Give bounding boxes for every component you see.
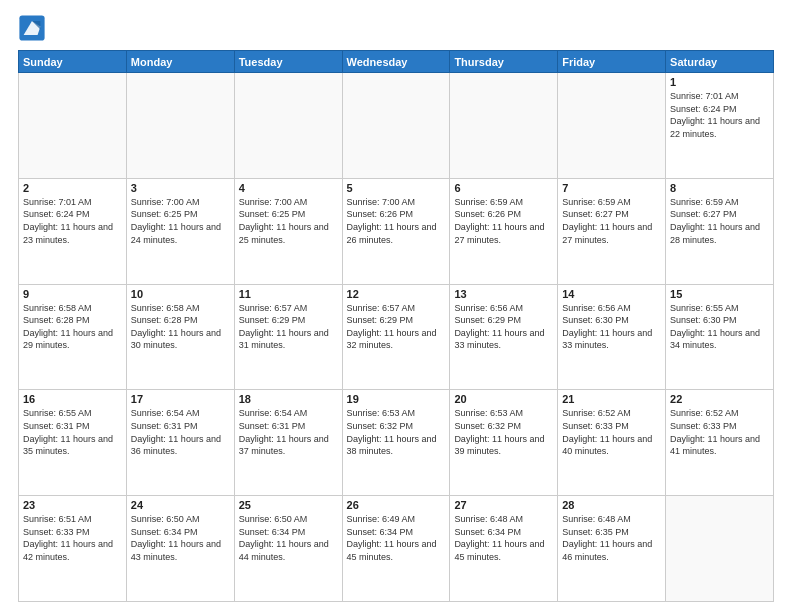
calendar-cell: 18Sunrise: 6:54 AM Sunset: 6:31 PM Dayli… bbox=[234, 390, 342, 496]
day-info: Sunrise: 6:51 AM Sunset: 6:33 PM Dayligh… bbox=[23, 513, 122, 563]
calendar-cell: 9Sunrise: 6:58 AM Sunset: 6:28 PM Daylig… bbox=[19, 284, 127, 390]
calendar-cell bbox=[342, 73, 450, 179]
day-info: Sunrise: 6:57 AM Sunset: 6:29 PM Dayligh… bbox=[347, 302, 446, 352]
calendar-cell bbox=[450, 73, 558, 179]
calendar-cell: 4Sunrise: 7:00 AM Sunset: 6:25 PM Daylig… bbox=[234, 178, 342, 284]
day-info: Sunrise: 6:58 AM Sunset: 6:28 PM Dayligh… bbox=[131, 302, 230, 352]
day-info: Sunrise: 6:55 AM Sunset: 6:30 PM Dayligh… bbox=[670, 302, 769, 352]
calendar-cell: 23Sunrise: 6:51 AM Sunset: 6:33 PM Dayli… bbox=[19, 496, 127, 602]
calendar-cell: 27Sunrise: 6:48 AM Sunset: 6:34 PM Dayli… bbox=[450, 496, 558, 602]
day-info: Sunrise: 6:55 AM Sunset: 6:31 PM Dayligh… bbox=[23, 407, 122, 457]
day-header-friday: Friday bbox=[558, 51, 666, 73]
calendar-table: SundayMondayTuesdayWednesdayThursdayFrid… bbox=[18, 50, 774, 602]
calendar-cell: 24Sunrise: 6:50 AM Sunset: 6:34 PM Dayli… bbox=[126, 496, 234, 602]
day-number: 11 bbox=[239, 288, 338, 300]
calendar-cell: 3Sunrise: 7:00 AM Sunset: 6:25 PM Daylig… bbox=[126, 178, 234, 284]
day-number: 6 bbox=[454, 182, 553, 194]
day-info: Sunrise: 6:52 AM Sunset: 6:33 PM Dayligh… bbox=[562, 407, 661, 457]
day-number: 15 bbox=[670, 288, 769, 300]
day-number: 19 bbox=[347, 393, 446, 405]
day-info: Sunrise: 6:56 AM Sunset: 6:29 PM Dayligh… bbox=[454, 302, 553, 352]
calendar-cell: 2Sunrise: 7:01 AM Sunset: 6:24 PM Daylig… bbox=[19, 178, 127, 284]
calendar-cell: 16Sunrise: 6:55 AM Sunset: 6:31 PM Dayli… bbox=[19, 390, 127, 496]
calendar-cell: 17Sunrise: 6:54 AM Sunset: 6:31 PM Dayli… bbox=[126, 390, 234, 496]
day-info: Sunrise: 6:52 AM Sunset: 6:33 PM Dayligh… bbox=[670, 407, 769, 457]
week-row-3: 9Sunrise: 6:58 AM Sunset: 6:28 PM Daylig… bbox=[19, 284, 774, 390]
calendar-cell: 8Sunrise: 6:59 AM Sunset: 6:27 PM Daylig… bbox=[666, 178, 774, 284]
day-number: 7 bbox=[562, 182, 661, 194]
day-number: 21 bbox=[562, 393, 661, 405]
day-info: Sunrise: 6:49 AM Sunset: 6:34 PM Dayligh… bbox=[347, 513, 446, 563]
day-info: Sunrise: 7:01 AM Sunset: 6:24 PM Dayligh… bbox=[670, 90, 769, 140]
day-info: Sunrise: 6:59 AM Sunset: 6:27 PM Dayligh… bbox=[670, 196, 769, 246]
calendar-cell: 6Sunrise: 6:59 AM Sunset: 6:26 PM Daylig… bbox=[450, 178, 558, 284]
calendar-cell bbox=[19, 73, 127, 179]
day-number: 28 bbox=[562, 499, 661, 511]
calendar-cell bbox=[234, 73, 342, 179]
calendar-cell: 26Sunrise: 6:49 AM Sunset: 6:34 PM Dayli… bbox=[342, 496, 450, 602]
calendar-cell: 12Sunrise: 6:57 AM Sunset: 6:29 PM Dayli… bbox=[342, 284, 450, 390]
week-row-2: 2Sunrise: 7:01 AM Sunset: 6:24 PM Daylig… bbox=[19, 178, 774, 284]
page: SundayMondayTuesdayWednesdayThursdayFrid… bbox=[0, 0, 792, 612]
day-number: 1 bbox=[670, 76, 769, 88]
day-number: 14 bbox=[562, 288, 661, 300]
day-info: Sunrise: 6:48 AM Sunset: 6:35 PM Dayligh… bbox=[562, 513, 661, 563]
day-info: Sunrise: 6:59 AM Sunset: 6:26 PM Dayligh… bbox=[454, 196, 553, 246]
day-number: 23 bbox=[23, 499, 122, 511]
day-info: Sunrise: 6:57 AM Sunset: 6:29 PM Dayligh… bbox=[239, 302, 338, 352]
day-info: Sunrise: 7:00 AM Sunset: 6:26 PM Dayligh… bbox=[347, 196, 446, 246]
calendar-cell bbox=[666, 496, 774, 602]
day-info: Sunrise: 6:56 AM Sunset: 6:30 PM Dayligh… bbox=[562, 302, 661, 352]
calendar-cell: 7Sunrise: 6:59 AM Sunset: 6:27 PM Daylig… bbox=[558, 178, 666, 284]
day-header-thursday: Thursday bbox=[450, 51, 558, 73]
day-number: 8 bbox=[670, 182, 769, 194]
day-info: Sunrise: 7:00 AM Sunset: 6:25 PM Dayligh… bbox=[239, 196, 338, 246]
header bbox=[18, 18, 774, 42]
calendar-cell: 15Sunrise: 6:55 AM Sunset: 6:30 PM Dayli… bbox=[666, 284, 774, 390]
week-row-4: 16Sunrise: 6:55 AM Sunset: 6:31 PM Dayli… bbox=[19, 390, 774, 496]
logo-icon bbox=[18, 14, 46, 42]
day-number: 10 bbox=[131, 288, 230, 300]
day-header-sunday: Sunday bbox=[19, 51, 127, 73]
calendar-cell: 25Sunrise: 6:50 AM Sunset: 6:34 PM Dayli… bbox=[234, 496, 342, 602]
day-info: Sunrise: 6:54 AM Sunset: 6:31 PM Dayligh… bbox=[239, 407, 338, 457]
day-info: Sunrise: 6:59 AM Sunset: 6:27 PM Dayligh… bbox=[562, 196, 661, 246]
calendar-cell: 28Sunrise: 6:48 AM Sunset: 6:35 PM Dayli… bbox=[558, 496, 666, 602]
day-info: Sunrise: 7:00 AM Sunset: 6:25 PM Dayligh… bbox=[131, 196, 230, 246]
day-number: 2 bbox=[23, 182, 122, 194]
calendar-cell: 1Sunrise: 7:01 AM Sunset: 6:24 PM Daylig… bbox=[666, 73, 774, 179]
calendar-cell: 19Sunrise: 6:53 AM Sunset: 6:32 PM Dayli… bbox=[342, 390, 450, 496]
day-number: 5 bbox=[347, 182, 446, 194]
day-number: 26 bbox=[347, 499, 446, 511]
week-row-5: 23Sunrise: 6:51 AM Sunset: 6:33 PM Dayli… bbox=[19, 496, 774, 602]
day-info: Sunrise: 6:50 AM Sunset: 6:34 PM Dayligh… bbox=[239, 513, 338, 563]
day-number: 27 bbox=[454, 499, 553, 511]
day-header-tuesday: Tuesday bbox=[234, 51, 342, 73]
day-header-wednesday: Wednesday bbox=[342, 51, 450, 73]
day-info: Sunrise: 6:54 AM Sunset: 6:31 PM Dayligh… bbox=[131, 407, 230, 457]
day-number: 18 bbox=[239, 393, 338, 405]
logo bbox=[18, 18, 50, 42]
day-number: 25 bbox=[239, 499, 338, 511]
calendar-cell: 10Sunrise: 6:58 AM Sunset: 6:28 PM Dayli… bbox=[126, 284, 234, 390]
day-info: Sunrise: 6:53 AM Sunset: 6:32 PM Dayligh… bbox=[454, 407, 553, 457]
calendar-cell bbox=[126, 73, 234, 179]
calendar-cell: 21Sunrise: 6:52 AM Sunset: 6:33 PM Dayli… bbox=[558, 390, 666, 496]
day-number: 20 bbox=[454, 393, 553, 405]
day-number: 17 bbox=[131, 393, 230, 405]
calendar-cell: 14Sunrise: 6:56 AM Sunset: 6:30 PM Dayli… bbox=[558, 284, 666, 390]
calendar-cell: 13Sunrise: 6:56 AM Sunset: 6:29 PM Dayli… bbox=[450, 284, 558, 390]
calendar-cell: 5Sunrise: 7:00 AM Sunset: 6:26 PM Daylig… bbox=[342, 178, 450, 284]
calendar-cell: 20Sunrise: 6:53 AM Sunset: 6:32 PM Dayli… bbox=[450, 390, 558, 496]
day-number: 12 bbox=[347, 288, 446, 300]
day-info: Sunrise: 6:50 AM Sunset: 6:34 PM Dayligh… bbox=[131, 513, 230, 563]
day-number: 3 bbox=[131, 182, 230, 194]
day-number: 4 bbox=[239, 182, 338, 194]
day-number: 16 bbox=[23, 393, 122, 405]
day-info: Sunrise: 6:48 AM Sunset: 6:34 PM Dayligh… bbox=[454, 513, 553, 563]
calendar-cell bbox=[558, 73, 666, 179]
calendar-header-row: SundayMondayTuesdayWednesdayThursdayFrid… bbox=[19, 51, 774, 73]
week-row-1: 1Sunrise: 7:01 AM Sunset: 6:24 PM Daylig… bbox=[19, 73, 774, 179]
day-info: Sunrise: 7:01 AM Sunset: 6:24 PM Dayligh… bbox=[23, 196, 122, 246]
day-number: 24 bbox=[131, 499, 230, 511]
